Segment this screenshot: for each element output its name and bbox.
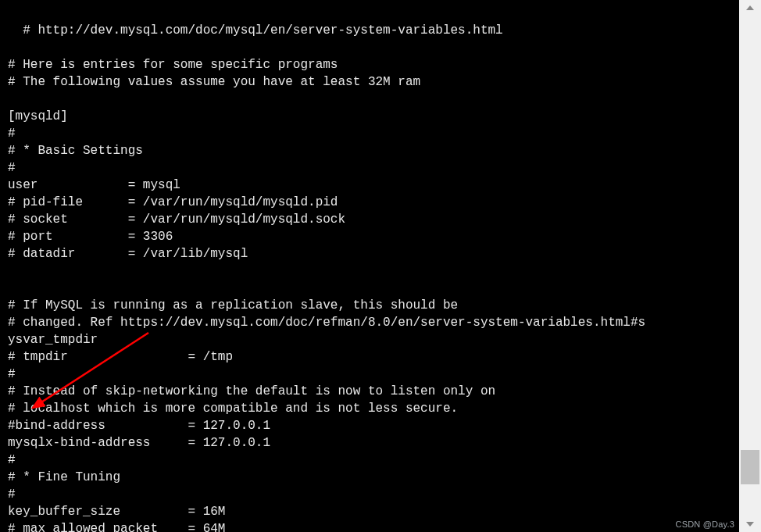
config-line: # * Fine Tuning — [8, 470, 120, 484]
config-line: # changed. Ref https://dev.mysql.com/doc… — [8, 316, 645, 330]
config-line: # Instead of skip-networking the default… — [8, 384, 495, 398]
config-line: # localhost which is more compatible and… — [8, 402, 458, 416]
config-line: mysqlx-bind-address = 127.0.0.1 — [8, 436, 270, 450]
scroll-down-button[interactable] — [739, 516, 761, 532]
config-line: # tmpdir = /tmp — [8, 350, 233, 364]
config-line: # * Basic Settings — [8, 144, 143, 158]
config-line: # — [8, 367, 16, 381]
config-line: # — [8, 127, 16, 141]
scrollbar-thumb[interactable] — [741, 450, 759, 484]
config-line: # http://dev.mysql.com/doc/mysql/en/serv… — [23, 23, 503, 37]
config-line: user = mysql — [8, 178, 180, 192]
config-line: # port = 3306 — [8, 230, 173, 244]
config-line: ysvar_tmpdir — [8, 333, 98, 347]
config-line: # datadir = /var/lib/mysql — [8, 247, 248, 261]
watermark-text: CSDN @Day.3 — [675, 520, 734, 529]
config-line: key_buffer_size = 16M — [8, 505, 225, 519]
config-line: # max_allowed_packet = 64M — [8, 522, 225, 532]
config-line: # socket = /var/run/mysqld/mysqld.sock — [8, 212, 345, 227]
config-line: # — [8, 161, 16, 175]
scroll-up-button[interactable] — [739, 0, 761, 16]
config-line: # Here is entries for some specific prog… — [8, 58, 338, 72]
config-line: # If MySQL is running as a replication s… — [8, 298, 458, 312]
config-line: #bind-address = 127.0.0.1 — [8, 419, 270, 433]
config-line: # The following values assume you have a… — [8, 75, 420, 89]
config-line: # — [8, 487, 16, 502]
config-line: # — [8, 453, 16, 467]
vertical-scrollbar[interactable] — [739, 0, 761, 532]
terminal-viewport[interactable]: # http://dev.mysql.com/doc/mysql/en/serv… — [0, 0, 739, 532]
config-line: [mysqld] — [8, 109, 68, 123]
config-line: # pid-file = /var/run/mysqld/mysqld.pid — [8, 195, 338, 209]
